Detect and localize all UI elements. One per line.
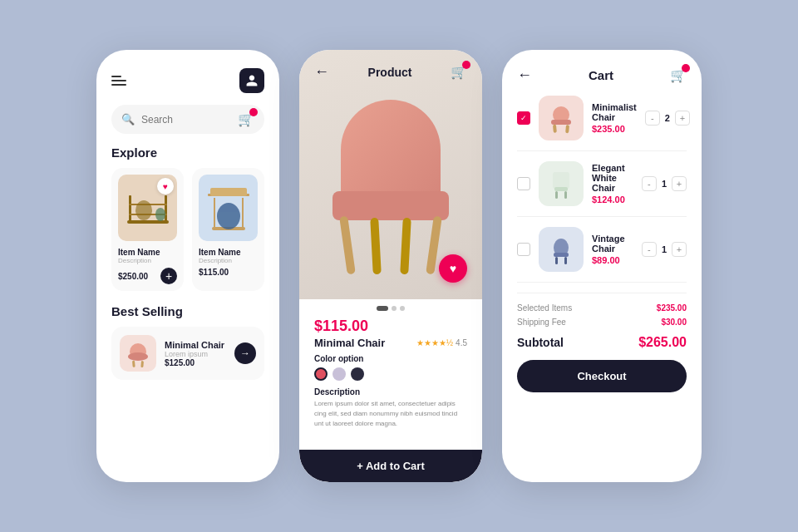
cart-item-1: ✓ Minimalist Chair $235.00 - 2 + <box>517 96 687 151</box>
card1-add-button[interactable]: + <box>160 268 177 284</box>
cart-item-2-qty-num: 1 <box>662 179 667 189</box>
svg-rect-23 <box>555 191 558 199</box>
back-button[interactable]: ← <box>314 63 329 81</box>
product-hero: ← Product 🛒 ♥ <box>299 50 482 299</box>
svg-rect-19 <box>553 125 557 133</box>
explore-card-1[interactable]: ♥ Item Name Description $250.00 + <box>111 168 184 291</box>
color-red[interactable] <box>314 367 328 381</box>
svg-rect-16 <box>140 361 144 367</box>
svg-rect-1 <box>129 195 131 222</box>
subtotal-value: $265.00 <box>638 335 687 350</box>
color-lavender[interactable] <box>332 367 346 381</box>
svg-rect-22 <box>554 187 568 191</box>
shipping-label: Shipping Fee <box>517 318 566 327</box>
dot-1[interactable] <box>377 306 388 311</box>
cart-item-2-image <box>539 161 584 206</box>
bs-arrow-button[interactable]: → <box>234 342 256 364</box>
card1-price: $250.00 <box>118 272 148 281</box>
svg-rect-15 <box>132 361 135 367</box>
product-cart-button[interactable]: 🛒 <box>451 64 467 80</box>
selected-items-row: Selected Items $235.00 <box>517 303 687 313</box>
svg-rect-26 <box>554 253 569 257</box>
cart-item-2-check[interactable] <box>517 177 530 190</box>
cart-item-1-image <box>539 96 584 140</box>
svg-rect-27 <box>555 257 558 264</box>
phone-cart: ← Cart 🛒 ✓ Minimalist Chair $235.00 - 2 … <box>502 50 702 482</box>
subtotal-row: Subtotal $265.00 <box>517 335 687 350</box>
add-to-cart-text: + Add to Cart <box>357 460 425 472</box>
cart-item-1-details: Minimalist Chair $235.00 <box>592 102 637 134</box>
checkout-button[interactable]: Checkout <box>517 360 687 392</box>
rating-value: 4.5 <box>456 338 467 347</box>
floating-heart-button[interactable]: ♥ <box>439 254 467 283</box>
explore-card-2[interactable]: Item Name Description $115.00 <box>192 168 264 291</box>
selected-items-label: Selected Items <box>517 303 572 313</box>
cart-item-3-qty: - 1 + <box>642 242 687 257</box>
cart-item-2-minus[interactable]: - <box>642 176 657 191</box>
svg-point-6 <box>155 208 165 221</box>
phone-product: ← Product 🛒 ♥ $115.00 Minimal Chai <box>299 50 482 482</box>
cart-item-2-qty: - 1 + <box>642 176 687 191</box>
shipping-row: Shipping Fee $30.00 <box>517 318 687 327</box>
cart-item-2-name: Elegant White Chair <box>592 163 633 193</box>
cart-item-1-check[interactable]: ✓ <box>517 111 530 125</box>
card2-price: $115.00 <box>199 268 229 277</box>
user-button[interactable] <box>239 68 264 93</box>
cart-item-1-plus[interactable]: + <box>675 111 690 126</box>
add-to-cart-bar[interactable]: + Add to Cart <box>299 450 482 482</box>
phone-explore: 🔍 🛒 Explore ♥ Item Name <box>96 50 279 482</box>
cart-button[interactable]: 🛒 <box>238 111 254 127</box>
svg-rect-20 <box>565 125 569 133</box>
search-input[interactable] <box>141 114 231 126</box>
cart-item-3-plus[interactable]: + <box>672 242 687 257</box>
cart-item-1-minus[interactable]: - <box>645 111 660 126</box>
svg-rect-9 <box>242 198 244 229</box>
cart-item-2-details: Elegant White Chair $124.00 <box>592 163 633 204</box>
card1-name: Item Name <box>118 248 177 257</box>
svg-point-14 <box>128 352 148 361</box>
bs-info: Minimal Chair Lorem ipsum $125.00 <box>165 340 226 367</box>
cart-summary: Selected Items $235.00 Shipping Fee $30.… <box>517 293 687 392</box>
cart-item-1-qty: - 2 + <box>645 111 690 126</box>
shipping-value: $30.00 <box>661 318 687 327</box>
cart-badge <box>249 108 258 116</box>
product-name-row: Minimal Chair ★★★★½ 4.5 <box>314 337 467 349</box>
svg-point-5 <box>135 200 152 220</box>
cart-item-3-price: $89.00 <box>592 255 633 265</box>
cart-item-3-image <box>539 227 584 272</box>
heart-button-1[interactable]: ♥ <box>157 178 174 195</box>
product-info: $115.00 Minimal Chair ★★★★½ 4.5 Color op… <box>299 311 482 429</box>
search-icon: 🔍 <box>121 113 135 126</box>
cart-item-3-minus[interactable]: - <box>642 242 657 257</box>
explore-label: Explore <box>111 145 264 160</box>
description-text: Lorem ipsum dolor sit amet, consectetuer… <box>314 399 467 429</box>
cart-item-3-name: Vintage Chair <box>592 234 633 254</box>
cart-item-2-plus[interactable]: + <box>672 176 687 191</box>
svg-rect-11 <box>210 188 247 196</box>
subtotal-label: Subtotal <box>517 336 564 349</box>
cart-title: Cart <box>589 68 613 82</box>
cart-item-1-qty-num: 2 <box>665 113 670 123</box>
product-name: Minimal Chair <box>314 337 385 349</box>
card2-name: Item Name <box>199 248 258 257</box>
explore-grid: ♥ Item Name Description $250.00 + Item <box>111 168 264 291</box>
product-price: $115.00 <box>314 318 467 335</box>
dot-3[interactable] <box>400 306 405 311</box>
dot-2[interactable] <box>392 306 397 311</box>
menu-icon[interactable] <box>111 76 126 86</box>
cart-back-button[interactable]: ← <box>517 66 532 84</box>
product-cart-badge <box>462 61 470 69</box>
cart-item-2: Elegant White Chair $124.00 - 1 + <box>517 161 687 217</box>
bs-image <box>120 335 156 372</box>
star-rating: ★★★★½ <box>416 338 453 347</box>
best-selling-item[interactable]: Minimal Chair Lorem ipsum $125.00 → <box>111 327 264 380</box>
cart-cart-badge <box>682 64 690 72</box>
card1-desc: Description <box>118 257 177 264</box>
cart-topbar: ← Cart 🛒 <box>517 66 687 84</box>
search-bar[interactable]: 🔍 🛒 <box>111 105 264 134</box>
cart-item-3: Vintage Chair $89.00 - 1 + <box>517 227 687 283</box>
cart-item-3-check[interactable] <box>517 243 530 256</box>
bs-price: $125.00 <box>165 358 226 367</box>
cart-cart-button[interactable]: 🛒 <box>670 67 687 83</box>
color-dark[interactable] <box>351 367 364 381</box>
